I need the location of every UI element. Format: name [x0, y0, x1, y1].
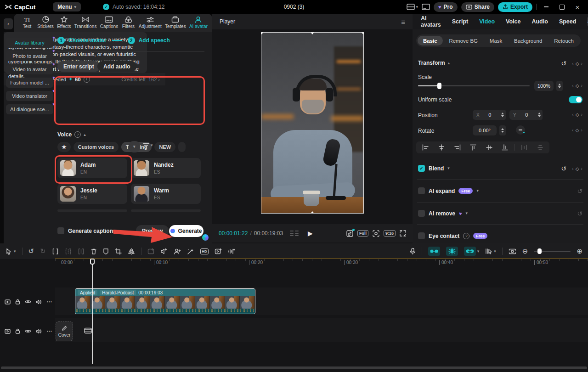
- ai-expand-checkbox[interactable]: [418, 187, 425, 194]
- chevron-down-icon[interactable]: ▾: [447, 166, 450, 170]
- tab-filters[interactable]: Filters: [121, 16, 135, 29]
- subtab-basic[interactable]: Basic: [418, 36, 443, 45]
- tab-script[interactable]: Script: [452, 18, 468, 25]
- keyframe-controls[interactable]: ‹ ◇ ›: [572, 127, 582, 133]
- magic-wand-icon[interactable]: [187, 248, 194, 255]
- undo-icon[interactable]: ↺: [28, 247, 34, 255]
- fullscreen-icon[interactable]: [400, 230, 406, 237]
- magnetic-snap-toggle[interactable]: [428, 247, 440, 256]
- voice-card-jessie[interactable]: JessieEN: [57, 184, 127, 204]
- playhead[interactable]: [92, 259, 93, 364]
- align-left-icon[interactable]: [419, 143, 432, 152]
- preview-axis-icon[interactable]: [509, 248, 516, 254]
- tab-voice[interactable]: Voice: [506, 18, 520, 25]
- subtab-background[interactable]: Background: [509, 36, 548, 45]
- ai-remove-checkbox[interactable]: [418, 210, 425, 217]
- timeline-scrollbar[interactable]: [1, 366, 587, 369]
- credits-left[interactable]: Credits left 162 ›: [121, 77, 160, 82]
- ai-remove-label[interactable]: AI remove: [429, 210, 455, 217]
- reset-blend-icon[interactable]: ↺: [561, 165, 566, 172]
- nav-avatar-library[interactable]: Avatar library♥: [6, 38, 53, 48]
- voice-tabs-overflow-button[interactable]: ▾: [129, 141, 140, 152]
- lock-track-icon[interactable]: [15, 299, 20, 304]
- align-right-icon[interactable]: [451, 143, 464, 152]
- aspect-ratio-button[interactable]: 9:16: [384, 230, 396, 237]
- record-voiceover-icon[interactable]: [410, 248, 416, 255]
- mark-icon[interactable]: [103, 248, 109, 255]
- preview-focus-icon[interactable]: [373, 230, 379, 237]
- scale-value[interactable]: 100%: [534, 81, 554, 91]
- scale-slider-knob[interactable]: [437, 83, 441, 89]
- blend-checkbox[interactable]: ✓: [418, 165, 425, 172]
- eye-contact-checkbox[interactable]: [418, 232, 425, 239]
- nav-fashion-model[interactable]: Fashion model ...♥: [6, 78, 53, 88]
- keyframe-controls[interactable]: ‹ ◇ ›: [572, 61, 582, 66]
- nav-video-translator[interactable]: Video translator♥: [6, 91, 53, 101]
- voice-card-warm[interactable]: WarmES: [131, 184, 201, 204]
- add-video-icon[interactable]: [215, 248, 222, 255]
- zoom-in-icon[interactable]: ⊕: [577, 247, 582, 255]
- align-top-icon[interactable]: [467, 143, 480, 152]
- toggle-visibility-icon[interactable]: [25, 329, 31, 333]
- tiktok-preview-icon[interactable]: [346, 230, 353, 237]
- keyframe-controls[interactable]: ‹ ◇ ›: [572, 112, 582, 117]
- play-button[interactable]: ▶: [308, 230, 313, 237]
- add-audio-track-icon[interactable]: [228, 248, 235, 255]
- position-y-stepper[interactable]: [536, 110, 543, 120]
- blend-label[interactable]: Blend: [429, 165, 444, 172]
- position-x-stepper[interactable]: [499, 110, 506, 120]
- nav-photo-to-avatar[interactable]: Photo to avatar♥: [6, 51, 53, 61]
- help-icon[interactable]: ?: [463, 233, 469, 239]
- export-button[interactable]: Export: [498, 2, 532, 12]
- uniform-scale-toggle[interactable]: [569, 96, 582, 103]
- timeline-ruler[interactable]: 00:00 00:10 00:20 00:30 00:40 00:50: [55, 259, 588, 266]
- nav-video-to-avatar[interactable]: Video to avatar♥: [6, 64, 53, 74]
- tab-speed[interactable]: Speed: [559, 18, 577, 25]
- track-more-button[interactable]: ⋯: [46, 328, 52, 334]
- timeline-clip-harold-podcast[interactable]: Applied Harold-Podcast 00:00:19:03: [75, 288, 255, 314]
- scale-stepper[interactable]: [556, 81, 563, 91]
- link-clips-toggle[interactable]: [464, 247, 476, 256]
- menu-button[interactable]: Menu▾: [53, 2, 81, 11]
- custom-voices-tab[interactable]: Custom voices: [74, 142, 119, 152]
- tab-audio[interactable]: Audio: [531, 18, 548, 25]
- timeline-zoom-slider[interactable]: [534, 251, 571, 252]
- transform-handle[interactable]: [311, 32, 314, 34]
- lock-track-icon[interactable]: [15, 328, 20, 334]
- nav-ai-dialogue[interactable]: AI dialogue sce...♥: [6, 104, 53, 114]
- collapse-panel-button[interactable]: ‹: [4, 18, 13, 29]
- track-more-button[interactable]: ⋯: [46, 299, 52, 305]
- align-center-vertical-icon[interactable]: [483, 143, 496, 152]
- tab-video[interactable]: Video: [479, 18, 495, 25]
- select-tool-button[interactable]: ▾: [6, 248, 16, 255]
- zoom-out-icon[interactable]: ⊖: [522, 247, 528, 255]
- transform-section-label[interactable]: Transform: [418, 60, 445, 66]
- ai-expand-label[interactable]: AI expand: [429, 188, 455, 194]
- subtab-remove-bg[interactable]: Remove BG: [443, 36, 483, 45]
- full-quality-button[interactable]: Full: [357, 230, 368, 237]
- voice-filter-button[interactable]: ▾: [143, 142, 153, 148]
- keyframe-controls[interactable]: ‹ ◇ ›: [572, 83, 582, 88]
- transform-handle[interactable]: [261, 32, 264, 35]
- mirror-icon[interactable]: [128, 248, 135, 255]
- close-button[interactable]: ×: [571, 2, 583, 12]
- enter-script-tab[interactable]: Enter script: [57, 61, 100, 72]
- auto-highlight-toggle[interactable]: [446, 247, 458, 256]
- subtab-retouch[interactable]: Retouch: [548, 36, 579, 45]
- hd-quality-icon[interactable]: HD: [200, 248, 209, 254]
- edit-cover-button[interactable]: Cover: [56, 321, 73, 341]
- favorite-voices-tab[interactable]: ★: [57, 142, 71, 152]
- align-bottom-icon[interactable]: [498, 143, 512, 152]
- help-icon[interactable]: ?: [74, 131, 81, 138]
- minimize-button[interactable]: [540, 2, 552, 12]
- tab-effects[interactable]: Effects: [57, 16, 71, 29]
- add-avatar-icon[interactable]: [174, 248, 181, 255]
- voice-card-nandez[interactable]: NandezES: [131, 158, 201, 178]
- step-2-label[interactable]: Add speech: [139, 37, 170, 44]
- info-icon[interactable]: i: [84, 76, 90, 83]
- tab-captions[interactable]: Captions: [100, 16, 118, 29]
- rotate-stepper[interactable]: [499, 125, 506, 135]
- add-audio-tab[interactable]: Add audio: [97, 61, 136, 72]
- tab-text[interactable]: TIText: [20, 16, 34, 29]
- text-to-speech-icon[interactable]: [160, 248, 168, 255]
